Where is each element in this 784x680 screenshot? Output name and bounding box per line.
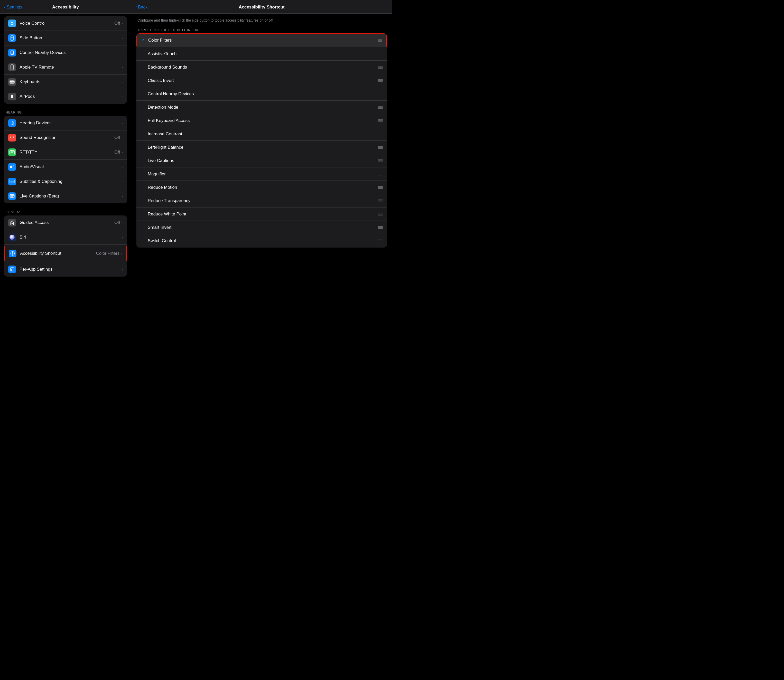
color-filters-row[interactable]: ✓ Color Filters <box>136 33 387 47</box>
svg-marker-25 <box>10 165 12 168</box>
full-keyboard-access-row[interactable]: Full Keyboard Access <box>136 114 387 128</box>
general-section-label: GENERAL <box>4 205 127 216</box>
side-button-chevron: › <box>121 36 123 40</box>
reduce-white-point-label: Reduce White Point <box>148 212 378 217</box>
sound-recognition-row[interactable]: Sound Recognition Off › <box>4 131 127 145</box>
full-keyboard-access-drag-handle[interactable] <box>378 120 383 122</box>
subtitles-captioning-row[interactable]: Subtitles & Captioning › <box>4 175 127 189</box>
magnifier-label: Magnifier <box>148 172 378 177</box>
per-app-settings-row[interactable]: Per-App Settings › <box>4 262 127 277</box>
switch-control-drag-handle[interactable] <box>378 239 383 242</box>
svg-rect-16 <box>12 82 13 82</box>
siri-icon <box>8 233 16 241</box>
svg-rect-26 <box>10 180 14 183</box>
svg-point-19 <box>11 95 12 98</box>
classic-invert-drag-handle[interactable] <box>378 79 383 82</box>
audio-visual-icon <box>8 163 16 171</box>
accessibility-shortcut-wrapper: Accessibility Shortcut Color Filters › <box>4 245 127 262</box>
voice-control-value: Off <box>114 21 120 26</box>
accessibility-shortcut-row[interactable]: Accessibility Shortcut Color Filters › <box>4 246 127 261</box>
side-button-row[interactable]: Side Button › <box>4 31 127 46</box>
reduce-motion-row[interactable]: Reduce Motion <box>136 181 387 194</box>
guided-access-value: Off <box>114 220 120 225</box>
detection-mode-drag-handle[interactable] <box>378 106 383 109</box>
svg-rect-15 <box>11 82 12 82</box>
detection-mode-row[interactable]: Detection Mode <box>136 101 387 114</box>
increase-contrast-drag-handle[interactable] <box>378 133 383 135</box>
audio-visual-row[interactable]: Audio/Visual › <box>4 160 127 175</box>
settings-back-button[interactable]: ‹ Settings <box>4 5 22 10</box>
apple-tv-remote-label: Apple TV Remote <box>19 65 121 70</box>
svg-rect-11 <box>11 81 12 82</box>
voice-control-chevron: › <box>121 21 123 25</box>
reduce-transparency-row[interactable]: Reduce Transparency <box>136 194 387 208</box>
voice-control-label: Voice Control <box>19 21 114 26</box>
control-nearby-devices-drag-handle[interactable] <box>378 93 383 95</box>
increase-contrast-row[interactable]: Increase Contrast <box>136 128 387 141</box>
siri-row[interactable]: Siri › <box>4 230 127 245</box>
assistive-touch-row[interactable]: AssistiveTouch <box>136 47 387 61</box>
magnifier-drag-handle[interactable] <box>378 173 383 175</box>
control-nearby-devices-label: Control Nearby Devices <box>19 50 121 55</box>
smart-invert-drag-handle[interactable] <box>378 226 383 229</box>
color-filters-label: Color Filters <box>148 38 378 43</box>
svg-point-36 <box>12 252 13 253</box>
rtt-tty-row[interactable]: RTT/TTY Off › <box>4 145 127 160</box>
background-sounds-row[interactable]: Background Sounds <box>136 61 387 74</box>
keyboards-row[interactable]: Keyboards › <box>4 75 127 90</box>
shortcut-description: Configure and then triple-click the side… <box>136 14 387 25</box>
smart-invert-row[interactable]: Smart Invert <box>136 221 387 234</box>
sound-recognition-icon <box>8 134 16 142</box>
per-app-settings-label: Per-App Settings <box>19 267 121 272</box>
reduce-transparency-drag-handle[interactable] <box>378 200 383 202</box>
guided-access-row[interactable]: Guided Access Off › <box>4 216 127 230</box>
color-filters-drag-handle[interactable] <box>378 39 382 42</box>
airpods-row[interactable]: AirPods › <box>4 90 127 104</box>
accessibility-shortcut-value: Color Filters <box>96 251 120 256</box>
reduce-motion-drag-handle[interactable] <box>378 186 383 189</box>
hearing-devices-row[interactable]: Hearing Devices › <box>4 116 127 131</box>
per-app-settings-right: › <box>121 267 123 271</box>
control-nearby-devices-shortcut-row[interactable]: Control Nearby Devices <box>136 87 387 101</box>
svg-point-5 <box>12 54 12 54</box>
hearing-devices-right: › <box>121 121 123 125</box>
airpods-label: AirPods <box>19 94 121 99</box>
reduce-white-point-row[interactable]: Reduce White Point <box>136 208 387 221</box>
airpods-icon <box>8 93 16 101</box>
apple-tv-remote-text: Apple TV Remote <box>19 65 121 70</box>
reduce-white-point-drag-handle[interactable] <box>378 213 383 216</box>
subtitles-captioning-chevron: › <box>121 179 123 184</box>
magnifier-row[interactable]: Magnifier <box>136 167 387 181</box>
control-nearby-devices-row[interactable]: Control Nearby Devices › <box>4 46 127 60</box>
left-right-balance-drag-handle[interactable] <box>378 146 383 149</box>
per-app-settings-icon <box>8 266 16 273</box>
live-captions-label: Live Captions (Beta) <box>19 194 121 199</box>
subtitles-captioning-label: Subtitles & Captioning <box>19 179 121 184</box>
voice-control-icon <box>8 19 16 27</box>
triple-click-label: TRIPLE-CLICK THE SIDE BUTTON FOR: <box>136 25 387 33</box>
svg-rect-30 <box>10 195 14 197</box>
accessibility-shortcut-label: Accessibility Shortcut <box>20 251 96 256</box>
accessibility-shortcut-icon <box>9 250 16 257</box>
background-sounds-drag-handle[interactable] <box>378 66 383 69</box>
siri-label: Siri <box>19 235 121 240</box>
hearing-devices-icon <box>8 119 16 127</box>
voice-control-row[interactable]: Voice Control Off › <box>4 16 127 31</box>
apple-tv-remote-row[interactable]: Apple TV Remote › <box>4 60 127 75</box>
keyboards-text: Keyboards <box>19 79 121 85</box>
left-right-balance-row[interactable]: Left/Right Balance <box>136 141 387 154</box>
classic-invert-row[interactable]: Classic Invert <box>136 74 387 87</box>
switch-control-row[interactable]: Switch Control <box>136 234 387 247</box>
side-button-text: Side Button <box>19 35 121 41</box>
settings-back-label: Settings <box>7 5 22 10</box>
rtt-tty-chevron: › <box>121 150 123 154</box>
live-captions-row[interactable]: Live Captions (Beta) › <box>4 189 127 203</box>
side-button-label: Side Button <box>19 35 121 41</box>
apple-tv-remote-icon <box>8 63 16 71</box>
live-captions-shortcut-row[interactable]: Live Captions <box>136 154 387 167</box>
live-captions-drag-handle[interactable] <box>378 159 383 162</box>
back-button[interactable]: ‹ Back <box>136 5 147 10</box>
accessibility-shortcut-chevron: › <box>121 252 122 255</box>
assistive-touch-drag-handle[interactable] <box>378 53 383 55</box>
assistive-touch-label: AssistiveTouch <box>148 51 378 57</box>
